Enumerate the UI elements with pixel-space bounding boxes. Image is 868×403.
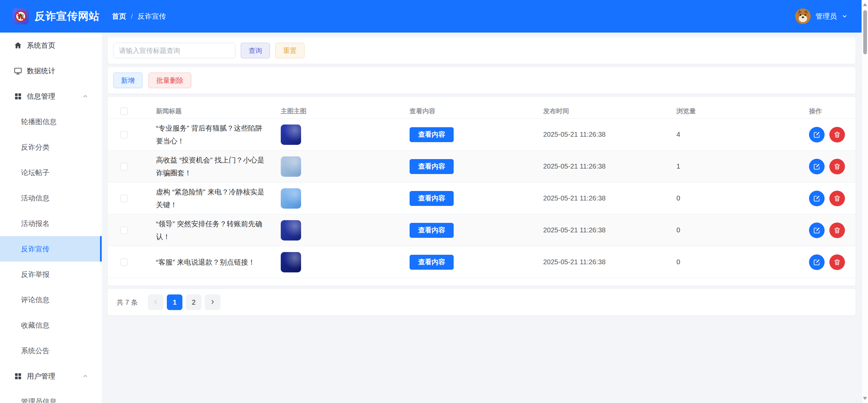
column-header-image: 主图主图 [281, 107, 410, 116]
prev-page-button[interactable] [148, 294, 163, 310]
news-thumbnail [281, 188, 301, 209]
page-number-button[interactable]: 2 [186, 294, 201, 310]
row-checkbox[interactable] [120, 163, 128, 170]
table-row: 虚构 “紧急险情” 来电？冷静核实是关键！ 查看内容 2025-05-21 11… [108, 183, 855, 214]
scroll-up-icon[interactable] [863, 3, 867, 6]
view-content-button[interactable]: 查看内容 [410, 255, 454, 270]
page-scrollbar[interactable] [862, 0, 868, 403]
row-checkbox[interactable] [120, 195, 128, 202]
pagination: 共 7 条 1 2 [108, 289, 855, 315]
scroll-down-icon[interactable] [863, 397, 867, 400]
sidebar-item[interactable]: 信息管理 [0, 83, 102, 109]
sidebar-item-label: 轮播图信息 [21, 117, 57, 127]
trash-icon [833, 131, 841, 138]
data-table: 新闻标题 主图主图 查看内容 发布时间 浏览量 操作 “专业服务” 背后有猫腻？… [108, 97, 855, 286]
edit-button[interactable] [809, 191, 825, 206]
table-body: “专业服务” 背后有猫腻？这些陷阱要当心！ 查看内容 2025-05-21 11… [108, 119, 855, 278]
edit-button[interactable] [809, 254, 825, 270]
sidebar-item-label: 收藏信息 [21, 321, 50, 330]
table-row: “专业服务” 背后有猫腻？这些陷阱要当心！ 查看内容 2025-05-21 11… [108, 119, 855, 151]
news-thumbnail [281, 220, 301, 241]
news-title: “领导” 突然安排任务？转账前先确认！ [156, 217, 281, 243]
row-checkbox[interactable] [120, 131, 128, 138]
column-header-actions: 操作 [809, 107, 855, 116]
monitor-icon [14, 66, 22, 75]
news-thumbnail [281, 156, 301, 177]
delete-button[interactable] [829, 191, 845, 206]
sidebar-item[interactable]: 收藏信息 [0, 312, 102, 338]
sidebar-item[interactable]: 数据统计 [0, 58, 102, 83]
trash-icon [833, 195, 841, 202]
edit-icon [813, 195, 821, 202]
main-content: 查询 重置 新增 批量删除 新闻标题 主图主图 查看内容 发布时间 浏览量 操作… [102, 33, 868, 403]
edit-button[interactable] [809, 223, 825, 238]
sidebar-item[interactable]: 轮播图信息 [0, 109, 102, 134]
delete-button[interactable] [829, 223, 845, 238]
sidebar-item-label: 论坛帖子 [21, 168, 50, 177]
sidebar-item-label: 管理员信息 [21, 397, 57, 403]
chevron-up-icon [82, 373, 88, 379]
edit-icon [813, 227, 821, 234]
sidebar-item[interactable]: 评论信息 [0, 287, 102, 312]
row-checkbox[interactable] [120, 258, 128, 266]
sidebar-item[interactable]: 系统公告 [0, 338, 102, 363]
sidebar-item-active[interactable]: 反诈宣传 [0, 236, 102, 262]
sidebar-item[interactable]: 系统首页 [0, 33, 102, 58]
sidebar-item[interactable]: 管理员信息 [0, 389, 102, 403]
column-header-title: 新闻标题 [156, 107, 281, 116]
news-title: “专业服务” 背后有猫腻？这些陷阱要当心！ [156, 122, 281, 148]
chevron-up-icon [82, 93, 88, 99]
sidebar-item[interactable]: 论坛帖子 [0, 160, 102, 185]
view-content-button[interactable]: 查看内容 [410, 223, 454, 238]
news-thumbnail [281, 252, 301, 272]
table-row: “客服” 来电说退款？别点链接！ 查看内容 2025-05-21 11:26:3… [108, 246, 855, 278]
batch-delete-button[interactable]: 批量删除 [149, 73, 191, 88]
sidebar-item[interactable]: 反诈举报 [0, 262, 102, 287]
column-header-content: 查看内容 [410, 107, 543, 116]
sidebar-item-label: 反诈举报 [21, 270, 50, 279]
search-input[interactable] [113, 43, 235, 58]
query-button[interactable]: 查询 [241, 43, 270, 58]
delete-button[interactable] [829, 254, 845, 270]
sidebar-item-label: 系统公告 [21, 346, 50, 356]
sidebar: 系统首页 数据统计 信息管理 轮播图信息 反诈分类 论坛帖子 活动信息 活动报名 [0, 33, 102, 403]
sidebar-item-label: 反诈宣传 [21, 244, 50, 254]
sidebar-item-label: 数据统计 [27, 66, 55, 76]
sidebar-item[interactable]: 活动报名 [0, 211, 102, 236]
sidebar-item-label: 活动信息 [21, 193, 50, 203]
page-list: 1 2 [167, 294, 201, 310]
edit-button[interactable] [809, 159, 825, 174]
breadcrumb-current: 反诈宣传 [138, 12, 166, 21]
add-button[interactable]: 新增 [113, 73, 142, 88]
sidebar-item[interactable]: 反诈分类 [0, 134, 102, 160]
edit-icon [813, 131, 821, 138]
grid-icon [14, 372, 22, 381]
sidebar-item[interactable]: 活动信息 [0, 185, 102, 211]
chevron-down-icon [842, 13, 848, 19]
row-checkbox[interactable] [120, 227, 128, 234]
toolbar-card: 新增 批量删除 [108, 67, 855, 94]
user-menu[interactable]: 管理员 [795, 8, 848, 24]
edit-icon [813, 163, 821, 170]
view-content-button[interactable]: 查看内容 [410, 127, 454, 142]
news-title: 虚构 “紧急险情” 来电？冷静核实是关键！ [156, 186, 281, 211]
sidebar-item[interactable]: 用户管理 [0, 363, 102, 389]
view-content-button[interactable]: 查看内容 [410, 159, 454, 174]
sidebar-item-label: 信息管理 [27, 92, 55, 101]
publish-time: 2025-05-21 11:26:38 [543, 131, 676, 138]
edit-button[interactable] [809, 127, 825, 142]
reset-button[interactable]: 重置 [275, 43, 304, 58]
select-all-checkbox[interactable] [120, 108, 128, 115]
delete-button[interactable] [829, 127, 845, 142]
breadcrumb-home[interactable]: 首页 [112, 12, 126, 21]
publish-time: 2025-05-21 11:26:38 [543, 226, 676, 234]
scrollbar-thumb[interactable] [863, 10, 867, 54]
column-header-time: 发布时间 [543, 107, 676, 116]
view-content-button[interactable]: 查看内容 [410, 191, 454, 206]
page-number-button[interactable]: 1 [167, 294, 182, 310]
news-title: “客服” 来电说退款？别点链接！ [156, 256, 281, 269]
column-header-views: 浏览量 [676, 107, 809, 116]
delete-button[interactable] [829, 159, 845, 174]
next-page-button[interactable] [205, 294, 220, 310]
chevron-left-icon [153, 299, 158, 306]
